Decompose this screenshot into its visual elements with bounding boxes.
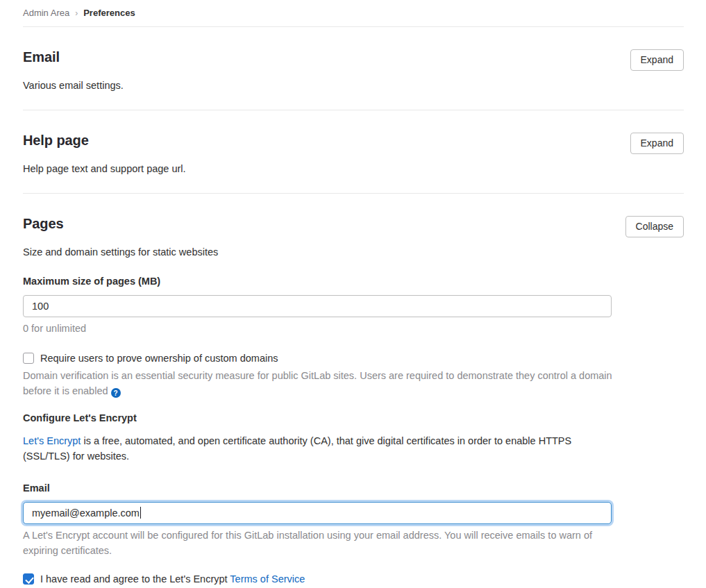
lets-encrypt-email-label: Email [23, 482, 684, 494]
max-pages-size-input[interactable] [23, 295, 612, 317]
lets-encrypt-intro-text: is a free, automated, and open certifica… [23, 435, 571, 462]
lets-encrypt-group: Configure Let's Encrypt Let's Encrypt is… [23, 412, 684, 585]
help-page-section-description: Help page text and support page url. [23, 163, 684, 174]
terms-of-service-link[interactable]: Terms of Service [230, 573, 305, 585]
domain-verification-help: Domain verification is an essential secu… [23, 369, 613, 399]
breadcrumb-admin-area-link[interactable]: Admin Area [23, 8, 69, 18]
lets-encrypt-email-group: Email myemail@example.com A Let's Encryp… [23, 482, 684, 559]
email-section-title: Email [23, 49, 60, 65]
lets-encrypt-email-help: A Let's Encrypt account will be configur… [23, 528, 613, 559]
lets-encrypt-email-input[interactable]: myemail@example.com [23, 502, 612, 524]
question-mark-help-icon[interactable]: ? [111, 388, 121, 398]
tos-label-text: I have read and agree to the Let's Encry… [40, 573, 230, 585]
pages-section-title: Pages [23, 216, 63, 232]
email-expand-button[interactable]: Expand [630, 49, 684, 71]
admin-preferences-page: Admin Area › Preferences Email Expand Va… [0, 0, 706, 588]
pages-section-description: Size and domain settings for static webs… [23, 246, 684, 258]
section-pages: Pages Collapse Size and domain settings … [23, 194, 684, 588]
max-pages-size-label: Maximum size of pages (MB) [23, 276, 684, 287]
tos-checkbox[interactable] [23, 573, 34, 585]
section-email: Email Expand Various email settings. [23, 27, 684, 110]
email-section-description: Various email settings. [23, 80, 684, 91]
pages-collapse-button[interactable]: Collapse [625, 216, 684, 237]
lets-encrypt-link[interactable]: Let's Encrypt [23, 435, 81, 446]
breadcrumb: Admin Area › Preferences [23, 0, 684, 27]
max-pages-size-group: Maximum size of pages (MB) 0 for unlimit… [23, 276, 684, 337]
domain-verification-group: Require users to prove ownership of cust… [23, 353, 684, 399]
domain-verification-checkbox[interactable] [23, 353, 34, 364]
breadcrumb-separator: › [75, 8, 78, 18]
tos-checkbox-label[interactable]: I have read and agree to the Let's Encry… [40, 573, 305, 585]
help-page-expand-button[interactable]: Expand [630, 133, 684, 154]
breadcrumb-current-preferences: Preferences [83, 8, 135, 18]
domain-verification-checkbox-label[interactable]: Require users to prove ownership of cust… [40, 353, 278, 364]
tos-group: I have read and agree to the Let's Encry… [23, 573, 684, 585]
section-help-page: Help page Expand Help page text and supp… [23, 110, 684, 194]
lets-encrypt-intro: Let's Encrypt is a free, automated, and … [23, 434, 613, 464]
lets-encrypt-email-value: myemail@example.com [32, 507, 140, 519]
max-pages-size-help: 0 for unlimited [23, 321, 613, 337]
text-cursor [140, 507, 141, 519]
lets-encrypt-heading: Configure Let's Encrypt [23, 412, 684, 423]
help-page-section-title: Help page [23, 133, 89, 149]
